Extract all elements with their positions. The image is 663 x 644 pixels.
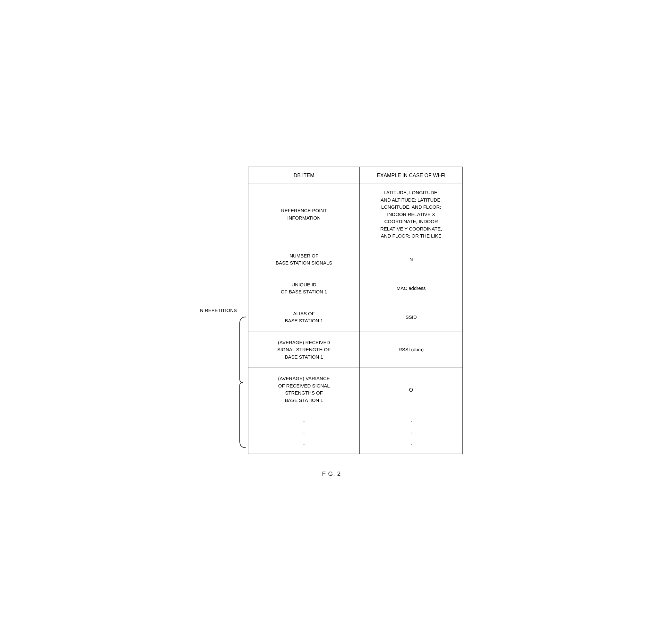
header-row: DB ITEM EXAMPLE IN CASE OF WI-FI: [248, 167, 463, 184]
avg-rss-row: (AVERAGE) RECEIVEDSIGNAL STRENGTH OFBASE…: [248, 332, 463, 368]
n-rep-label-group: N REPETITIONS: [200, 307, 237, 314]
alias-col1: ALIAS OFBASE STATION 1: [248, 303, 360, 332]
unique-id-col2: MAC address: [360, 274, 463, 303]
figure-layout: N REPETITIONS DB ITEM EXAMPLE IN CASE OF…: [200, 166, 463, 454]
n-repetitions-side: N REPETITIONS: [200, 166, 248, 454]
avg-rss-col2: RSSI (dbm): [360, 332, 463, 368]
main-table: DB ITEM EXAMPLE IN CASE OF WI-FI REFEREN…: [248, 166, 463, 454]
avg-variance-row: (AVERAGE) VARIANCEOF RECEIVED SIGNALSTRE…: [248, 368, 463, 411]
reference-point-row: REFERENCE POINTINFORMATION LATITUDE, LON…: [248, 184, 463, 245]
dots-row: ··· ···: [248, 411, 463, 454]
data-table: DB ITEM EXAMPLE IN CASE OF WI-FI REFEREN…: [248, 167, 463, 454]
reference-point-col2: LATITUDE, LONGITUDE,AND ALTITUDE; LATITU…: [360, 184, 463, 245]
dots-col1: ···: [248, 411, 360, 454]
reference-point-col1: REFERENCE POINTINFORMATION: [248, 184, 360, 245]
num-bs-col1: NUMBER OFBASE STATION SIGNALS: [248, 245, 360, 274]
avg-rss-col1: (AVERAGE) RECEIVEDSIGNAL STRENGTH OFBASE…: [248, 332, 360, 368]
avg-variance-col1: (AVERAGE) VARIANCEOF RECEIVED SIGNALSTRE…: [248, 368, 360, 411]
page-container: N REPETITIONS DB ITEM EXAMPLE IN CASE OF…: [187, 166, 476, 478]
num-bs-col2: N: [360, 245, 463, 274]
n-rep-text: N REPETITIONS: [200, 307, 237, 314]
alias-col2: SSID: [360, 303, 463, 332]
alias-row: ALIAS OFBASE STATION 1 SSID: [248, 303, 463, 332]
unique-id-row: UNIQUE IDOF BASE STATION 1 MAC address: [248, 274, 463, 303]
unique-id-col1: UNIQUE IDOF BASE STATION 1: [248, 274, 360, 303]
num-base-stations-row: NUMBER OFBASE STATION SIGNALS N: [248, 245, 463, 274]
avg-variance-col2: σ: [360, 368, 463, 411]
dots-col2: ···: [360, 411, 463, 454]
figure-label: FIG. 2: [322, 470, 341, 478]
brace-icon: [238, 206, 248, 454]
header-col2: EXAMPLE IN CASE OF WI-FI: [360, 167, 463, 184]
header-col1: DB ITEM: [248, 167, 360, 184]
